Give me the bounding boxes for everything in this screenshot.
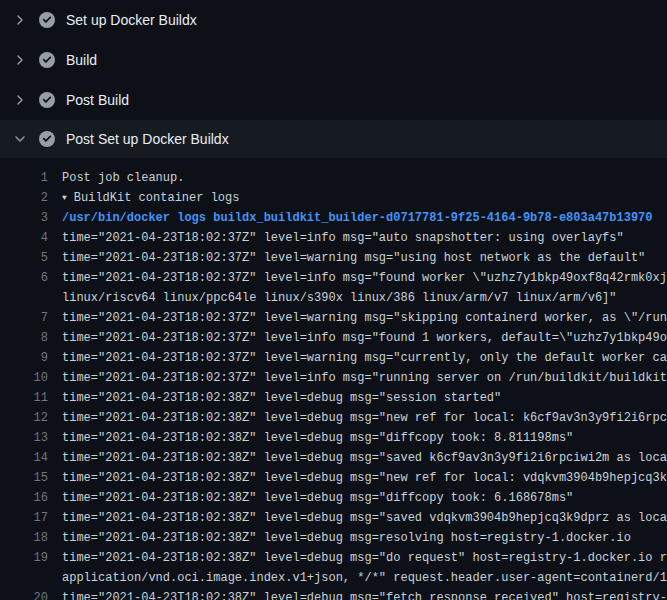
log-line-number[interactable]: 3 <box>0 208 48 228</box>
log-line-number[interactable]: 7 <box>0 308 48 328</box>
log-line-number[interactable]: 16 <box>0 488 48 508</box>
log-line-content: time="2021-04-23T18:02:38Z" level=debug … <box>62 591 667 600</box>
log-line-content: time="2021-04-23T18:02:38Z" level=debug … <box>62 431 573 445</box>
log-line-content: application/vnd.oci.image.index.v1+json,… <box>62 571 667 585</box>
log-line: 11 time="2021-04-23T18:02:38Z" level=deb… <box>0 388 667 408</box>
log-line: 16 time="2021-04-23T18:02:38Z" level=deb… <box>0 488 667 508</box>
check-circle-icon <box>39 131 55 147</box>
log-lines: 1 Post job cleanup. 2 ▼BuildKit containe… <box>0 158 667 600</box>
log-line-content: time="2021-04-23T18:02:38Z" level=debug … <box>62 511 667 525</box>
log-line-number[interactable]: 6 <box>0 268 48 288</box>
log-line: 17 time="2021-04-23T18:02:38Z" level=deb… <box>0 508 667 528</box>
log-line: 10 time="2021-04-23T18:02:37Z" level=inf… <box>0 368 667 388</box>
log-line-content: time="2021-04-23T18:02:38Z" level=debug … <box>62 551 667 565</box>
step-title: Post Build <box>66 92 129 108</box>
log-line-text: time="2021-04-23T18:02:38Z" level=debug … <box>48 588 667 600</box>
log-line: 20 time="2021-04-23T18:02:38Z" level=deb… <box>0 588 667 600</box>
log-line-number[interactable]: 2 <box>0 188 48 208</box>
log-line-number[interactable]: 9 <box>0 348 48 368</box>
log-line: application/vnd.oci.image.index.v1+json,… <box>0 568 667 588</box>
log-line-text: ▼BuildKit container logs <box>48 188 239 208</box>
log-line-number[interactable]: 13 <box>0 428 48 448</box>
log-line-text: time="2021-04-23T18:02:37Z" level=warnin… <box>48 348 667 368</box>
log-line-number[interactable]: 12 <box>0 408 48 428</box>
log-line-number[interactable]: 1 <box>0 168 48 188</box>
chevron-right-icon <box>12 92 28 108</box>
log-line-content: time="2021-04-23T18:02:37Z" level=info m… <box>62 371 667 385</box>
log-line-number[interactable]: 18 <box>0 528 48 548</box>
log-line-text: time="2021-04-23T18:02:38Z" level=debug … <box>48 408 667 428</box>
log-line-text: linux/riscv64 linux/ppc64le linux/s390x … <box>48 288 617 308</box>
log-line: 15 time="2021-04-23T18:02:38Z" level=deb… <box>0 468 667 488</box>
log-line: 19 time="2021-04-23T18:02:38Z" level=deb… <box>0 548 667 568</box>
log-line-text: time="2021-04-23T18:02:37Z" level=warnin… <box>48 248 645 268</box>
step-title: Post Set up Docker Buildx <box>66 131 229 147</box>
log-line-text: time="2021-04-23T18:02:38Z" level=debug … <box>48 428 573 448</box>
step-post-set-up-docker-buildx[interactable]: Post Set up Docker Buildx <box>0 120 667 158</box>
log-line-text: time="2021-04-23T18:02:37Z" level=info m… <box>48 268 667 288</box>
chevron-down-icon <box>12 131 28 147</box>
chevron-right-icon <box>12 52 28 68</box>
log-line: 3 /usr/bin/docker logs buildx_buildkit_b… <box>0 208 667 228</box>
step-post-build[interactable]: Post Build <box>0 80 667 120</box>
log-line-text: time="2021-04-23T18:02:38Z" level=debug … <box>48 488 573 508</box>
log-line-number[interactable]: 20 <box>0 588 48 600</box>
group-triangle-down-icon[interactable]: ▼ <box>62 188 67 208</box>
log-line-content: time="2021-04-23T18:02:37Z" level=info m… <box>62 271 667 285</box>
log-line-text: Post job cleanup. <box>48 168 184 188</box>
log-line: 14 time="2021-04-23T18:02:38Z" level=deb… <box>0 448 667 468</box>
step-title: Set up Docker Buildx <box>66 12 197 28</box>
log-line-number[interactable]: 14 <box>0 448 48 468</box>
log-line-text: time="2021-04-23T18:02:37Z" level=info m… <box>48 228 624 248</box>
log-line-content: time="2021-04-23T18:02:37Z" level=warnin… <box>62 251 645 265</box>
job-steps-list: Set up Docker Buildx Build Post Build Po… <box>0 0 667 158</box>
log-line-content: time="2021-04-23T18:02:38Z" level=debug … <box>62 491 573 505</box>
log-line-text: time="2021-04-23T18:02:37Z" level=warnin… <box>48 308 667 328</box>
check-circle-icon <box>39 52 55 68</box>
log-line-content: /usr/bin/docker logs buildx_buildkit_bui… <box>62 211 653 225</box>
log-line-number[interactable]: 17 <box>0 508 48 528</box>
log-line-number[interactable]: 11 <box>0 388 48 408</box>
log-line: 5 time="2021-04-23T18:02:37Z" level=warn… <box>0 248 667 268</box>
check-circle-icon <box>39 12 55 28</box>
log-line-content: BuildKit container logs <box>74 191 240 205</box>
log-line-number[interactable]: 15 <box>0 468 48 488</box>
log-line-text: time="2021-04-23T18:02:38Z" level=debug … <box>48 528 631 548</box>
log-line-text: time="2021-04-23T18:02:38Z" level=debug … <box>48 548 667 568</box>
log-line-number[interactable]: 19 <box>0 548 48 568</box>
log-line: 6 time="2021-04-23T18:02:37Z" level=info… <box>0 268 667 288</box>
log-line-number[interactable] <box>0 288 48 308</box>
log-line-content: time="2021-04-23T18:02:38Z" level=debug … <box>62 391 501 405</box>
log-line: 8 time="2021-04-23T18:02:37Z" level=info… <box>0 328 667 348</box>
log-line-content: linux/riscv64 linux/ppc64le linux/s390x … <box>62 291 617 305</box>
log-line-content: time="2021-04-23T18:02:37Z" level=info m… <box>62 331 667 345</box>
log-line: 7 time="2021-04-23T18:02:37Z" level=warn… <box>0 308 667 328</box>
check-circle-icon <box>39 92 55 108</box>
log-line-number[interactable]: 8 <box>0 328 48 348</box>
log-line-text: application/vnd.oci.image.index.v1+json,… <box>48 568 667 588</box>
step-title: Build <box>66 52 97 68</box>
log-line-text: time="2021-04-23T18:02:38Z" level=debug … <box>48 448 667 468</box>
log-line-content: time="2021-04-23T18:02:38Z" level=debug … <box>62 451 667 465</box>
log-line: 4 time="2021-04-23T18:02:37Z" level=info… <box>0 228 667 248</box>
log-line-number[interactable] <box>0 568 48 588</box>
log-line-content: time="2021-04-23T18:02:38Z" level=debug … <box>62 411 667 425</box>
log-line: 12 time="2021-04-23T18:02:38Z" level=deb… <box>0 408 667 428</box>
step-set-up-docker-buildx[interactable]: Set up Docker Buildx <box>0 0 667 40</box>
log-line-number[interactable]: 5 <box>0 248 48 268</box>
log-line-content: time="2021-04-23T18:02:37Z" level=warnin… <box>62 311 667 325</box>
log-line-text: time="2021-04-23T18:02:37Z" level=info m… <box>48 368 667 388</box>
log-line-text: time="2021-04-23T18:02:38Z" level=debug … <box>48 508 667 528</box>
step-build[interactable]: Build <box>0 40 667 80</box>
log-line-content: time="2021-04-23T18:02:37Z" level=warnin… <box>62 351 667 365</box>
log-line-number[interactable]: 10 <box>0 368 48 388</box>
log-line: 2 ▼BuildKit container logs <box>0 188 667 208</box>
log-line-content: time="2021-04-23T18:02:37Z" level=info m… <box>62 231 624 245</box>
log-line-content: time="2021-04-23T18:02:38Z" level=debug … <box>62 471 667 485</box>
log-line-content: Post job cleanup. <box>62 171 184 185</box>
log-line: 9 time="2021-04-23T18:02:37Z" level=warn… <box>0 348 667 368</box>
log-line: 13 time="2021-04-23T18:02:38Z" level=deb… <box>0 428 667 448</box>
log-line-number[interactable]: 4 <box>0 228 48 248</box>
log-line-text: time="2021-04-23T18:02:37Z" level=info m… <box>48 328 667 348</box>
log-line-text: time="2021-04-23T18:02:38Z" level=debug … <box>48 468 667 488</box>
